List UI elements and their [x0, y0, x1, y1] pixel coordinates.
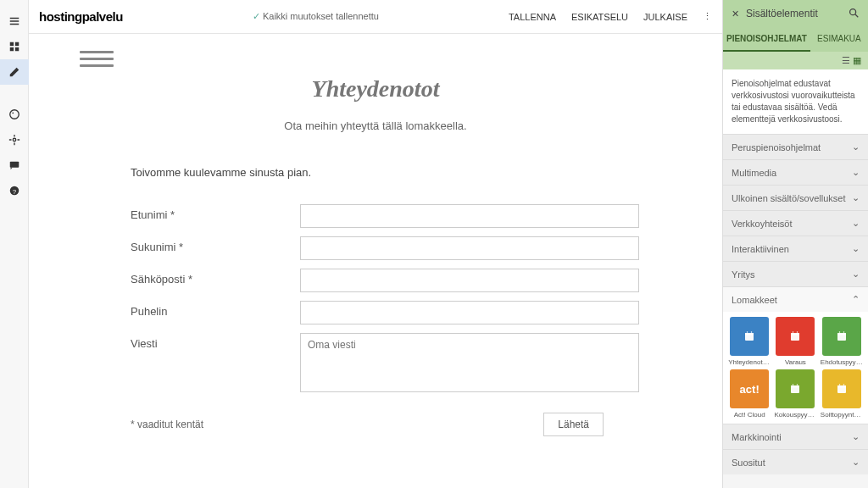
widget-item[interactable]: act!Act! Cloud	[728, 369, 771, 419]
phone-label: Puhelin	[131, 301, 300, 318]
edit-icon[interactable]	[0, 59, 29, 85]
palette-icon[interactable]	[0, 102, 29, 127]
tab-widgets[interactable]: PIENOISOHJELMAT	[723, 27, 810, 52]
lastname-label: Sukunimi *	[131, 236, 300, 253]
svg-point-22	[843, 331, 845, 333]
svg-point-14	[751, 331, 753, 333]
search-icon[interactable]	[848, 7, 860, 20]
page-menu-icon[interactable]	[80, 51, 114, 67]
page-title: Yhteydenotot	[80, 75, 671, 103]
svg-point-6	[13, 138, 16, 141]
firstname-label: Etunimi *	[131, 204, 300, 221]
view-grid-icon[interactable]: ▦	[853, 55, 861, 65]
svg-point-10	[850, 9, 856, 15]
widget-item[interactable]: Soittopyyntö...	[821, 369, 863, 419]
save-status: ✓ Kaikki muutokset tallennettu	[123, 11, 509, 22]
page-subtitle: Ota meihin yhteyttä tällä lomakkeella.	[80, 119, 671, 132]
svg-point-18	[797, 331, 798, 333]
widget-item[interactable]: Ehdotuspyyntö	[821, 317, 863, 366]
view-list-icon[interactable]: ☰	[842, 55, 850, 65]
email-input[interactable]	[300, 269, 639, 292]
settings-icon[interactable]	[0, 127, 29, 152]
cat-interactive[interactable]: Interaktiivinen⌄	[723, 236, 868, 261]
phone-input[interactable]	[300, 301, 639, 324]
panel-description: Pienoisohjelmat edustavat verkkosivustos…	[723, 69, 868, 134]
svg-text:?: ?	[12, 188, 16, 196]
help-icon[interactable]: ?	[0, 178, 29, 203]
svg-point-4	[9, 110, 19, 119]
cat-basic[interactable]: Peruspienoisohjelmat⌄	[723, 134, 868, 159]
svg-point-17	[793, 331, 794, 333]
more-icon[interactable]: ⋮	[703, 11, 712, 22]
svg-point-21	[839, 331, 841, 333]
menu-icon[interactable]	[0, 8, 29, 34]
cat-forms[interactable]: Lomakkeet⌃	[723, 286, 868, 312]
preview-button[interactable]: ESIKATSELU	[571, 12, 628, 22]
cat-external[interactable]: Ulkoinen sisältö/sovellukset⌄	[723, 185, 868, 210]
svg-rect-1	[14, 42, 18, 46]
brand-logo: hostingpalvelu	[39, 9, 123, 24]
widget-item[interactable]: Yhteydenotto...	[728, 317, 771, 366]
svg-rect-28	[837, 385, 846, 388]
chat-icon[interactable]	[0, 152, 29, 178]
lastname-input[interactable]	[300, 236, 639, 260]
cat-marketing[interactable]: Markkinointi⌄	[723, 424, 868, 449]
svg-point-26	[797, 384, 798, 385]
send-button[interactable]: Lähetä	[543, 413, 604, 436]
svg-rect-16	[791, 333, 799, 336]
widget-item[interactable]: Kokouspyyntö	[774, 369, 816, 419]
firstname-input[interactable]	[300, 204, 639, 228]
intro-text: Toivomme kuulevamme sinusta pian.	[131, 166, 671, 179]
tab-preview[interactable]: ESIMAKUA	[810, 27, 868, 52]
message-label: Viesti	[131, 333, 300, 350]
cat-multimedia[interactable]: Multimedia⌄	[723, 159, 868, 185]
svg-rect-24	[791, 385, 799, 388]
svg-point-13	[747, 331, 748, 333]
cat-business[interactable]: Yritys⌄	[723, 261, 868, 286]
email-label: Sähköposti *	[131, 269, 300, 286]
message-input[interactable]	[300, 333, 639, 392]
panel-title: Sisältöelementit	[746, 8, 841, 19]
svg-point-25	[793, 384, 794, 385]
grid-icon[interactable]	[0, 34, 29, 59]
svg-rect-7	[9, 162, 19, 168]
publish-button[interactable]: JULKAISE	[643, 12, 687, 22]
svg-rect-0	[9, 42, 13, 46]
svg-point-5	[12, 112, 14, 114]
svg-rect-3	[14, 47, 18, 51]
cat-popular[interactable]: Suositut⌄	[723, 449, 868, 474]
svg-point-30	[843, 384, 845, 385]
svg-rect-20	[837, 333, 846, 336]
cat-social[interactable]: Verkkoyhteisöt⌄	[723, 210, 868, 236]
close-icon[interactable]: ✕	[732, 8, 739, 19]
svg-point-29	[839, 384, 841, 385]
widget-item[interactable]: Varaus	[774, 317, 816, 366]
required-note: * vaaditut kentät	[131, 419, 300, 430]
svg-rect-2	[9, 47, 13, 51]
save-button[interactable]: TALLENNA	[509, 12, 556, 22]
svg-rect-12	[745, 333, 754, 336]
